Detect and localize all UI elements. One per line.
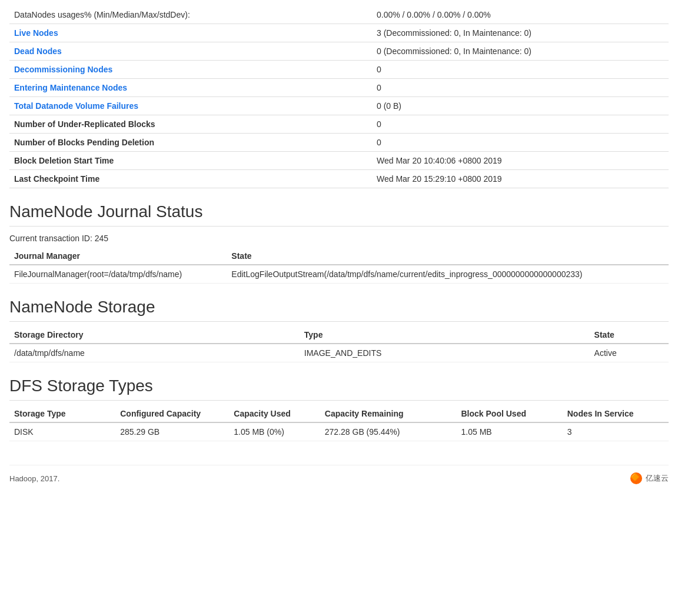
logo-text: 亿速云 xyxy=(646,473,669,484)
summary-value: 0 (0 B) xyxy=(372,97,669,115)
transaction-label: Current transaction ID: xyxy=(9,234,92,243)
dfs-capacity-used: 1.05 MB (0%) xyxy=(229,422,320,441)
storage-table: Storage Directory Type State /data/tmp/d… xyxy=(9,327,669,362)
summary-row: Dead Nodes0 (Decommissioned: 0, In Maint… xyxy=(9,42,669,61)
summary-value: 0 (Decommissioned: 0, In Maintenance: 0) xyxy=(372,42,669,61)
dfs-col-configured: Configured Capacity xyxy=(115,405,229,422)
summary-label[interactable]: Decommissioning Nodes xyxy=(9,61,372,79)
summary-row: Decommissioning Nodes0 xyxy=(9,61,669,79)
summary-value: 0 xyxy=(372,79,669,97)
storage-col-dir: Storage Directory xyxy=(9,327,300,344)
summary-label[interactable]: Dead Nodes xyxy=(9,42,372,61)
dfs-nodes-in-service: 3 xyxy=(563,422,669,441)
summary-label[interactable]: Total Datanode Volume Failures xyxy=(9,97,372,115)
footer: Hadoop, 2017. 🔶 亿速云 xyxy=(9,465,669,484)
journal-table: Journal Manager State FileJournalManager… xyxy=(9,248,669,284)
summary-row: Number of Under-Replicated Blocks0 xyxy=(9,115,669,134)
summary-row: Number of Blocks Pending Deletion0 xyxy=(9,134,669,152)
dfs-section: DFS Storage Types Storage Type Configure… xyxy=(9,377,669,441)
transaction-value: 245 xyxy=(95,234,108,243)
summary-value: 3 (Decommissioned: 0, In Maintenance: 0) xyxy=(372,24,669,42)
storage-col-type: Type xyxy=(300,327,590,344)
summary-row: Block Deletion Start TimeWed Mar 20 10:4… xyxy=(9,152,669,170)
dfs-table: Storage Type Configured Capacity Capacit… xyxy=(9,405,669,441)
summary-row: Live Nodes3 (Decommissioned: 0, In Maint… xyxy=(9,24,669,42)
storage-section-title: NameNode Storage xyxy=(9,298,669,322)
storage-state: Active xyxy=(590,344,669,362)
dfs-col-used: Capacity Used xyxy=(229,405,320,422)
summary-value: Wed Mar 20 15:29:10 +0800 2019 xyxy=(372,170,669,188)
journal-section-title: NameNode Journal Status xyxy=(9,202,669,227)
summary-label: Block Deletion Start Time xyxy=(9,152,372,170)
page-container: DataNodes usages% (Min/Median/Max/stdDev… xyxy=(0,0,678,508)
summary-label: Last Checkpoint Time xyxy=(9,170,372,188)
storage-row: /data/tmp/dfs/nameIMAGE_AND_EDITSActive xyxy=(9,344,669,362)
dfs-col-type: Storage Type xyxy=(9,405,115,422)
transaction-id-line: Current transaction ID: 245 xyxy=(9,234,669,243)
summary-row: DataNodes usages% (Min/Median/Max/stdDev… xyxy=(9,6,669,24)
dfs-section-title: DFS Storage Types xyxy=(9,377,669,401)
dfs-col-remaining: Capacity Remaining xyxy=(320,405,457,422)
journal-row: FileJournalManager(root=/data/tmp/dfs/na… xyxy=(9,265,669,284)
summary-value: 0 xyxy=(372,61,669,79)
storage-section: NameNode Storage Storage Directory Type … xyxy=(9,298,669,362)
summary-table: DataNodes usages% (Min/Median/Max/stdDev… xyxy=(9,6,669,188)
journal-state: EditLogFileOutputStream(/data/tmp/dfs/na… xyxy=(227,265,669,284)
dfs-col-nodes: Nodes In Service xyxy=(563,405,669,422)
dfs-row: DISK285.29 GB1.05 MB (0%)272.28 GB (95.4… xyxy=(9,422,669,441)
journal-section: NameNode Journal Status Current transact… xyxy=(9,202,669,284)
summary-label: Number of Blocks Pending Deletion xyxy=(9,134,372,152)
storage-col-state: State xyxy=(590,327,669,344)
summary-value: 0.00% / 0.00% / 0.00% / 0.00% xyxy=(372,6,669,24)
summary-row: Total Datanode Volume Failures0 (0 B) xyxy=(9,97,669,115)
storage-type: IMAGE_AND_EDITS xyxy=(300,344,590,362)
copyright-text: Hadoop, 2017. xyxy=(9,474,59,483)
summary-value: 0 xyxy=(372,115,669,134)
summary-label[interactable]: Live Nodes xyxy=(9,24,372,42)
summary-label: DataNodes usages% (Min/Median/Max/stdDev… xyxy=(9,6,372,24)
dfs-configured-capacity: 285.29 GB xyxy=(115,422,229,441)
summary-label[interactable]: Entering Maintenance Nodes xyxy=(9,79,372,97)
dfs-capacity-remaining: 272.28 GB (95.44%) xyxy=(320,422,457,441)
journal-manager: FileJournalManager(root=/data/tmp/dfs/na… xyxy=(9,265,227,284)
summary-value: 0 xyxy=(372,134,669,152)
dfs-block-pool-used: 1.05 MB xyxy=(457,422,563,441)
storage-directory: /data/tmp/dfs/name xyxy=(9,344,300,362)
dfs-storage-type: DISK xyxy=(9,422,115,441)
summary-row: Last Checkpoint TimeWed Mar 20 15:29:10 … xyxy=(9,170,669,188)
summary-label: Number of Under-Replicated Blocks xyxy=(9,115,372,134)
journal-col-manager: Journal Manager xyxy=(9,248,227,265)
footer-logo: 🔶 亿速云 xyxy=(630,472,669,484)
summary-row: Entering Maintenance Nodes0 xyxy=(9,79,669,97)
yiyun-logo-icon: 🔶 xyxy=(630,472,642,484)
dfs-col-pool: Block Pool Used xyxy=(457,405,563,422)
summary-value: Wed Mar 20 10:40:06 +0800 2019 xyxy=(372,152,669,170)
journal-col-state: State xyxy=(227,248,669,265)
